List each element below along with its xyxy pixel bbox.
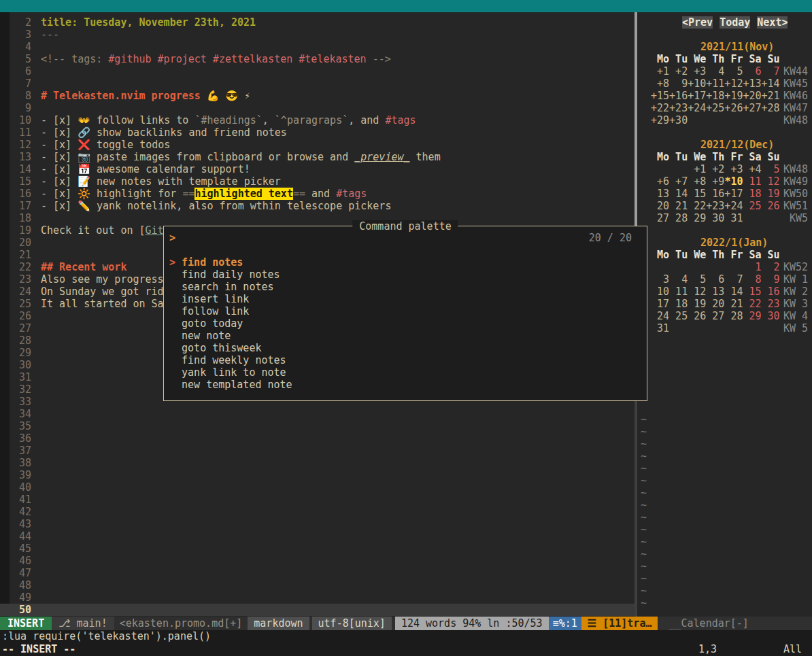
calendar-week-row[interactable]: 27 28 29 30 31KW5 [637,212,812,224]
editor-line[interactable]: 4 [0,41,635,53]
editor-line[interactable]: 5<!-- tags: #github #project #zettelkast… [0,53,635,65]
editor-line[interactable]: 12- [x] ❌ toggle todos [0,139,635,151]
editor-line[interactable]: 14- [x] 📅 awesome calendar support! [0,163,635,175]
line-content: - [x] 🔗 show backlinks and friend notes [41,126,287,139]
line-content: - [x] 📝 new notes with template picker [41,175,281,188]
calendar-week-row[interactable]: 10 11 12 13 14 15 16KW 2 [637,286,812,298]
editor-line[interactable]: 40 [0,481,635,494]
editor-line[interactable]: 46 [0,555,635,567]
statusline: INSERT ⎇ main! <ekasten.promo.md[+] mark… [0,617,812,630]
palette-item[interactable]: insert link [164,293,647,305]
editor-line[interactable]: 10- [x] 👐 follow links to `#headings`, `… [0,114,635,126]
palette-item-prefix [169,342,182,354]
trailing-whitespace-segment: ☰ [11]tra… [581,617,658,630]
palette-item[interactable]: new templated note [164,379,647,391]
editor-line[interactable]: 3--- [0,29,635,41]
text-segment: On Sunday we got rid [41,286,164,298]
calendar-next-button[interactable]: Next> [757,16,788,29]
palette-item[interactable]: new note [164,330,647,342]
calendar-day-header: Mo Tu We Th Fr Sa Su [637,53,812,65]
text-segment: _preview_ [354,151,409,163]
editor-line[interactable]: 7 [0,77,635,90]
calendar-week-row[interactable]: +29+30KW48 [637,114,812,126]
editor-line[interactable]: 37 [0,445,635,457]
calendar-week-row[interactable]: 13 14 15 16+17 18 19KW50 [637,188,812,200]
editor-line[interactable]: 18 [0,212,635,224]
palette-item[interactable]: find weekly notes [164,354,647,366]
editor-line[interactable]: 39 [0,469,635,481]
line-content: It all started on Sa [41,298,164,310]
calendar-week-row[interactable]: +6 +7 +8 +9*10 11 12KW49 [637,175,812,188]
calendar-week-row[interactable]: 24 25 26 27 28 29 30KW 4 [637,310,812,322]
editor-line[interactable]: 49 [0,591,635,604]
text-segment: 3 4 5 6 7 [651,273,743,286]
editor-line[interactable]: 2title: Tuesday, November 23th, 2021 [0,16,635,29]
calendar-week-row[interactable]: +15+16+17+18+19+20+21KW46 [637,90,812,102]
line-number: 5 [0,53,31,65]
palette-item[interactable]: find daily notes [164,269,647,281]
palette-item[interactable]: follow link [164,305,647,317]
editor-line[interactable]: 45 [0,542,635,555]
calendar-week-row[interactable]: +1 +2 +3 4 5 6 7KW44 [637,65,812,77]
editor-line[interactable]: 13- [x] 📷 paste images from clipboard or… [0,151,635,163]
editor-line[interactable]: 43 [0,518,635,530]
editor-line[interactable]: 42 [0,506,635,518]
calendar-today-button[interactable]: Today [720,16,750,29]
editor-line[interactable]: 44 [0,530,635,542]
editor-line[interactable]: 17- [x] ✏️ yank notelink, also from wthi… [0,200,635,212]
palette-item[interactable]: goto today [164,317,647,330]
line-number: 47 [0,567,31,579]
palette-item[interactable]: search in notes [164,281,647,293]
editor-line[interactable]: 35 [0,420,635,432]
editor-line[interactable]: 38 [0,457,635,469]
git-branch-icon: ⎇ [58,617,70,629]
palette-item[interactable]: goto thisweek [164,342,647,354]
calendar-days: +29+30 [651,114,688,126]
editor-line[interactable]: 11- [x] 🔗 show backlinks and friend note… [0,126,635,139]
tilde-marker: ~ [637,487,812,499]
line-number: 12 [0,139,31,151]
line-number: 26 [0,310,31,322]
prompt-caret: > [169,232,175,244]
palette-item[interactable]: > find notes [164,256,647,269]
calendar-week-row[interactable]: 17 18 19 20 21 22 23KW 3 [637,298,812,310]
editor-line[interactable]: 9 [0,102,635,114]
calendar-week-number: KW49 [783,175,808,188]
line-content: - [x] 🔆 highlight for ==highlighted text… [41,188,367,200]
line-number: 42 [0,506,31,518]
calendar-days: 17 18 19 20 21 22 23 [651,298,780,310]
editor-line[interactable]: 34 [0,408,635,420]
line-number: 2 [0,16,31,29]
line-number: 8 [0,90,31,102]
editor-line[interactable]: 48 [0,579,635,591]
editor-line[interactable]: 16- [x] 🔆 highlight for ==highlighted te… [0,188,635,200]
calendar-prev-button[interactable]: <Prev [682,16,713,29]
calendar-week-row[interactable]: 31KW 5 [637,322,812,334]
editor-line[interactable]: 8# Telekasten.nvim progress 💪 😎 ⚡ [0,90,635,102]
editor-line[interactable]: 15- [x] 📝 new notes with template picker [0,175,635,188]
text-segment: 13 14 15 16+17 [651,188,743,200]
palette-item-label: goto thisweek [182,342,261,354]
text-segment: and [305,188,336,200]
editor-line[interactable]: 47 [0,567,635,579]
calendar-week-row[interactable]: +8 9+10+11+12+13+14KW45 [637,77,812,90]
palette-list: > find notes find daily notes search in … [164,256,647,391]
editor-line[interactable]: 36 [0,432,635,445]
palette-item[interactable]: yank link to note [164,366,647,379]
palette-item-prefix [169,366,182,379]
editor-line[interactable]: 41 [0,494,635,506]
line-number: 46 [0,555,31,567]
calendar-month-title: 2022/1(Jan) [637,237,812,249]
line-number: 30 [0,359,31,371]
calendar-week-number: KW 4 [783,310,808,322]
calendar-week-row[interactable]: 1 2KW52 [637,261,812,273]
calendar-week-row[interactable]: +22+23+24+25+26+27+28KW47 [637,102,812,114]
command-line[interactable]: :lua require('telekasten').panel() [0,630,812,643]
calendar-week-row[interactable]: +1 +2 +3 +4 5KW48 [637,163,812,175]
calendar-week-row[interactable]: 3 4 5 6 7 8 9KW 1 [637,273,812,286]
text-segment: 📅 [78,163,90,175]
line-content: ## Recent work [41,261,126,273]
editor-line[interactable]: 6 [0,65,635,77]
editor-line[interactable]: 50 [0,604,635,616]
calendar-week-row[interactable]: 20 21 22+23+24 25 26KW51 [637,200,812,212]
